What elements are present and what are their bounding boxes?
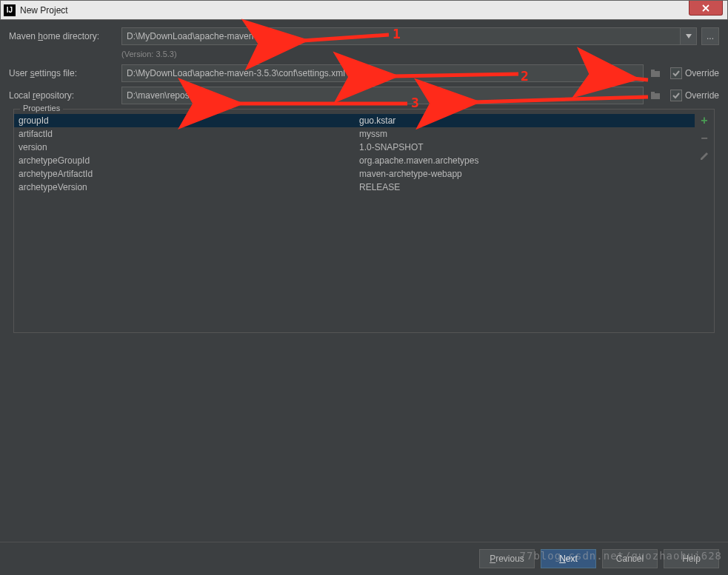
cancel-button[interactable]: Cancel <box>602 549 658 568</box>
property-key: artifactId <box>19 129 359 139</box>
annotation-number-3: 3 <box>411 95 419 110</box>
override-label: Override <box>685 68 719 78</box>
property-key: archetypeArtifactId <box>19 169 359 179</box>
property-row[interactable]: archetypeGroupIdorg.apache.maven.archety… <box>14 154 695 167</box>
close-button[interactable] <box>689 1 723 16</box>
user-settings-label: User settings file: <box>9 68 121 78</box>
property-value: org.apache.maven.archetypes <box>359 155 690 166</box>
svg-rect-0 <box>651 71 660 77</box>
override-label: Override <box>685 90 719 101</box>
property-value: 1.0-SNAPSHOT <box>359 142 690 152</box>
maven-home-input[interactable] <box>121 27 681 45</box>
local-repo-browse-icon[interactable] <box>648 87 663 104</box>
annotation-number-2: 2 <box>521 68 529 84</box>
properties-legend: Properties <box>20 104 63 112</box>
properties-fieldset: Properties groupIdguo.kstarartifactIdmys… <box>13 109 715 333</box>
previous-button[interactable]: Previous <box>479 549 535 568</box>
local-repo-input[interactable] <box>121 87 644 104</box>
dialog-footer: Previous Next Cancel Help <box>0 542 728 575</box>
property-key: archetypeGroupId <box>19 155 359 166</box>
next-button[interactable]: Next <box>541 549 596 568</box>
app-icon: IJ <box>4 4 16 16</box>
add-property-button[interactable]: + <box>698 114 711 127</box>
property-value: guo.kstar <box>359 115 690 126</box>
svg-rect-1 <box>651 70 655 72</box>
titlebar: IJ New Project <box>0 0 728 20</box>
property-key: version <box>19 142 359 152</box>
edit-property-button[interactable] <box>698 149 711 163</box>
help-button[interactable]: Help <box>664 549 719 568</box>
override-repo-checkbox[interactable]: Override <box>670 90 719 101</box>
property-row[interactable]: archetypeVersionRELEASE <box>14 181 695 194</box>
property-row[interactable]: artifactIdmyssm <box>14 127 695 141</box>
user-settings-input[interactable] <box>121 64 644 82</box>
user-settings-browse-icon[interactable] <box>648 64 663 82</box>
property-row[interactable]: version1.0-SNAPSHOT <box>14 141 695 154</box>
annotation-number-1: 1 <box>393 26 401 41</box>
property-value: RELEASE <box>359 182 690 192</box>
window-title: New Project <box>20 5 68 16</box>
local-repo-label: Local repository: <box>9 90 121 101</box>
override-settings-checkbox[interactable]: Override <box>670 67 719 79</box>
maven-home-label: Maven home directory: <box>9 31 121 41</box>
property-value: myssm <box>359 129 690 139</box>
property-row[interactable]: archetypeArtifactIdmaven-archetype-webap… <box>14 167 695 181</box>
property-row[interactable]: groupIdguo.kstar <box>14 114 695 127</box>
svg-rect-2 <box>651 93 660 99</box>
property-key: groupId <box>19 115 359 126</box>
property-key: archetypeVersion <box>19 182 359 192</box>
maven-version-text: (Version: 3.5.3) <box>121 50 719 58</box>
maven-home-dropdown-caret[interactable] <box>681 27 697 45</box>
property-value: maven-archetype-webapp <box>359 169 690 179</box>
remove-property-button[interactable]: − <box>698 132 711 145</box>
properties-table[interactable]: groupIdguo.kstarartifactIdmyssmversion1.… <box>14 110 695 332</box>
maven-home-browse-button[interactable]: ... <box>701 27 719 45</box>
svg-rect-3 <box>651 92 655 94</box>
